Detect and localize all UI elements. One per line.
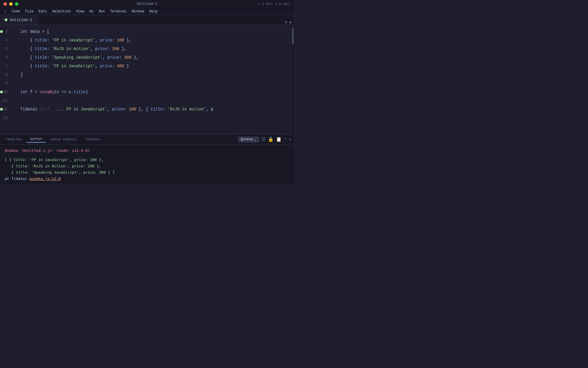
window-title: Untitled-1 [137,2,157,6]
code-line-5: { title: 'RxJS in Action', price: 200 }, [16,45,292,53]
tab-terminal[interactable]: TERMINAL [82,137,105,142]
line-num-10: 10 [0,88,11,96]
menu-file[interactable]: File [23,9,36,14]
code-line-10: let f = uniqBy(x => x.title) [16,88,292,96]
network-up: 2.73 MB/s [257,3,273,6]
editor-scrollbar[interactable] [292,25,294,134]
menu-code[interactable]: Code [9,9,22,14]
line-num-12: 12 [0,105,11,114]
split-editor-icon[interactable]: ⊞ [285,20,287,25]
code-line-12: f(data) // ? ... FP in JavaScript', pric… [16,105,292,114]
expand-icon[interactable]: ⌃ [284,137,287,142]
line-num-7: 7 [0,62,11,70]
tab-problems[interactable]: PROBLEMS [2,137,26,142]
titlebar: Untitled-1 2.73 MB/s 4.14 MB/s [0,0,294,8]
code-line-3: let data = [ [16,27,292,36]
line-numbers: 3 4 5 6 7 8 9 10 11 [0,25,16,134]
lock-icon[interactable]: 🔒 [268,137,274,142]
editor-tab[interactable]: Untitled-1 [0,15,37,25]
code-line-11 [16,96,292,105]
menu-view[interactable]: View [74,9,86,14]
maximize-button[interactable] [15,2,18,6]
dot-icon: ● [289,20,292,25]
output-line-1: [ { title: 'FP in JavaScript', price: 10… [5,157,289,163]
menu-window[interactable]: Window [129,9,146,14]
breakpoint-10 [0,91,3,93]
titlebar-stats: 2.73 MB/s 4.14 MB/s [257,3,291,6]
menu-apple[interactable]:  [2,9,9,14]
code-editor: 3 4 5 6 7 8 9 10 11 [0,25,294,134]
breakpoint-12 [0,108,3,111]
output-header: Quokka 'Untitled-1.js' (node: v12.4.0) [5,147,289,154]
scrollbar-thumb [292,27,294,45]
line-num-11: 11 [0,96,11,105]
panel-tab-bar: PROBLEMS OUTPUT DEBUG CONSOLE TERMINAL Q… [0,135,294,145]
tab-bar: Untitled-1 ⊞ ● [0,15,294,25]
tabbar-actions: ⊞ ● [285,20,294,25]
menu-help[interactable]: Help [147,9,160,14]
code-line-9 [16,79,292,88]
line-num-3: 3 [0,27,11,36]
menu-terminal[interactable]: Terminal [108,9,129,14]
code-line-13 [16,114,292,122]
chevron-down-icon: ⌄ [254,137,256,142]
code-line-8: ] [16,70,292,79]
line-num-5: 5 [0,45,11,53]
dropdown-label: Quokka [241,137,253,141]
line-num-8: 8 [0,70,11,79]
code-content[interactable]: let data = [ { title: 'FP in JavaScript'… [16,25,292,134]
window-controls [3,2,18,6]
network-down: 4.14 MB/s [275,3,291,6]
output-file-link[interactable]: quokka.js:12:0 [29,177,61,181]
menu-go[interactable]: Go [87,9,96,14]
tab-debug-console[interactable]: DEBUG CONSOLE [47,137,81,142]
menu-selection[interactable]: Selection [50,9,73,14]
line-num-4: 4 [0,36,11,45]
tab-output[interactable]: OUTPUT [27,136,46,143]
output-at-line: at f(data) quokka.js:12:0 [5,176,289,182]
minimize-button[interactable] [9,2,13,6]
close-button[interactable] [3,2,7,6]
line-num-9: 9 [0,79,11,88]
close-panel-icon[interactable]: ✕ [289,137,292,142]
code-line-7: { title: 'FP in JavaScript', price: 400 … [16,62,292,70]
tab-label: Untitled-1 [10,18,32,22]
panel-controls: Quokka ⌄ ☰ 🔒 📋 ⌃ ✕ [238,137,292,143]
line-num-13: 13 [0,114,11,122]
breakpoint-3 [0,30,3,33]
output-line-3: { title: 'Speaking JavaScript', price: 3… [5,169,289,176]
output-content: Quokka 'Untitled-1.js' (node: v12.4.0) [… [0,145,294,184]
output-panel: PROBLEMS OUTPUT DEBUG CONSOLE TERMINAL Q… [0,134,294,184]
output-line-2: { title: 'RxJS in Action', price: 200 }, [5,163,289,169]
code-line-4: { title: 'FP in JavaScript', price: 100 … [16,36,292,45]
panel-action-icons: ☰ 🔒 📋 ⌃ ✕ [262,137,292,142]
output-body: [ { title: 'FP in JavaScript', price: 10… [5,157,289,176]
copy-icon[interactable]: 📋 [276,137,282,142]
filter-icon[interactable]: ☰ [262,137,266,142]
tab-indicator [5,18,7,21]
menu-run[interactable]: Run [96,9,107,14]
output-dropdown[interactable]: Quokka ⌄ [238,137,259,143]
line-num-6: 6 [0,53,11,62]
code-line-6: { title: 'Speaking JavaScript', price: 3… [16,53,292,62]
menubar:  Code File Edit Selection View Go Run T… [0,8,294,15]
menu-edit[interactable]: Edit [36,9,49,14]
